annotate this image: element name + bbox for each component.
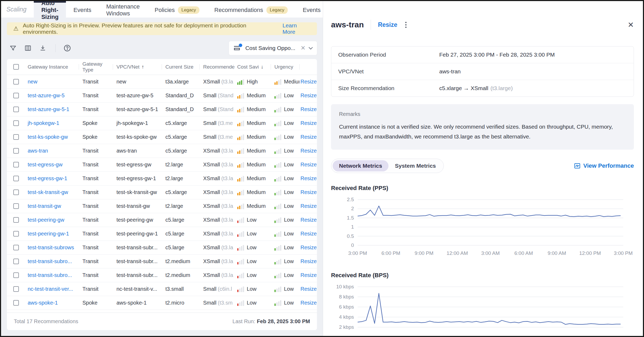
urgency-cell: Low	[271, 245, 299, 251]
urgency-bars	[274, 93, 281, 99]
resize-link[interactable]: Resize	[300, 92, 317, 99]
gateway-instance-link[interactable]: test-transit-subrows	[28, 245, 74, 251]
cost-saving-cell: Low	[233, 272, 271, 278]
sort-dropdown[interactable]: Cost Saving Oppo... ✕	[229, 41, 317, 55]
resize-link[interactable]: Resize	[300, 245, 317, 251]
gateway-instance-link[interactable]: jh-spokegw-1	[28, 120, 59, 126]
table-row: test-sk-transit-gw Transit test-sk-trans…	[7, 186, 317, 199]
vpc-cell: test-transit-subr...	[113, 245, 162, 251]
tab[interactable]: Maintenance Windows	[99, 1, 147, 18]
resize-link[interactable]: Resize	[300, 148, 317, 154]
gateway-instance-link[interactable]: nc-test-transit-ver...	[28, 286, 73, 292]
resize-link[interactable]: Resize	[300, 203, 317, 209]
svg-text:9:00 AM: 9:00 AM	[547, 250, 566, 256]
tab[interactable]: Auto Right-Sizing	[34, 1, 66, 18]
kebab-menu-icon[interactable]	[404, 21, 408, 29]
vpc-cell: aws-tran	[113, 148, 162, 154]
svg-text:10 kbps: 10 kbps	[336, 284, 354, 289]
view-performance-link[interactable]: View Performance	[574, 162, 634, 169]
tab[interactable]: Recommendations Legacy	[207, 1, 295, 18]
resize-link[interactable]: Resize	[300, 286, 317, 292]
urgency-cell: Low	[271, 231, 299, 237]
gateway-instance-link[interactable]: test-peering-gw	[28, 217, 64, 223]
download-icon[interactable]	[39, 45, 46, 52]
select-all-checkbox[interactable]	[13, 64, 19, 70]
column-header[interactable]: VPC/VNet ↑	[113, 59, 162, 75]
row-checkbox[interactable]	[13, 148, 19, 154]
row-checkbox[interactable]	[13, 134, 19, 140]
column-header[interactable]: Cost Savi ↓	[233, 59, 271, 75]
gateway-instance-link[interactable]: test-sk-transit-gw	[28, 189, 68, 195]
gateway-instance-link[interactable]: aws-spoke-1	[28, 300, 58, 306]
cost-saving-cell: Medium	[233, 92, 271, 99]
close-icon[interactable]: ✕	[628, 20, 634, 29]
row-checkbox[interactable]	[13, 93, 19, 98]
tab[interactable]: Events	[66, 1, 99, 18]
column-header[interactable]: Gateway Instance	[24, 59, 79, 75]
row-checkbox[interactable]	[13, 217, 19, 223]
row-checkbox[interactable]	[13, 120, 19, 126]
columns-icon[interactable]	[24, 45, 31, 52]
chevron-down-icon[interactable]	[309, 45, 313, 50]
row-checkbox[interactable]	[13, 300, 19, 306]
urgency-bars	[274, 148, 281, 154]
detail-panel: aws-tran Resize ✕ Observation Period Feb…	[323, 1, 643, 336]
current-size-cell: t2.micro	[162, 300, 199, 306]
gateway-instance-link[interactable]: test-transit-subro...	[28, 258, 72, 264]
row-checkbox[interactable]	[13, 231, 19, 237]
gateway-instance-link[interactable]: aws-tran	[28, 148, 48, 154]
resize-link[interactable]: Resize	[300, 231, 317, 237]
row-checkbox[interactable]	[13, 79, 19, 85]
column-header[interactable]: Current Size	[162, 59, 199, 75]
row-checkbox[interactable]	[13, 245, 19, 250]
gateway-instance-link[interactable]: test-transit-subro...	[28, 272, 72, 278]
urgency-bars	[274, 107, 281, 112]
gateway-instance-link[interactable]: test-transit-gw	[28, 203, 61, 209]
resize-link[interactable]: Resize	[300, 217, 317, 223]
resize-link[interactable]: Resize	[300, 272, 317, 278]
gateway-instance-link[interactable]: test-egress-gw-1	[28, 175, 67, 182]
row-checkbox[interactable]	[13, 259, 19, 264]
urgency-cell: Low	[271, 272, 299, 278]
row-checkbox[interactable]	[13, 162, 19, 167]
row-checkbox[interactable]	[13, 272, 19, 278]
row-checkbox[interactable]	[13, 107, 19, 112]
resize-link[interactable]: Resize	[300, 162, 317, 168]
help-icon[interactable]	[64, 44, 71, 52]
gateway-instance-link[interactable]: test-peering-gw-1	[28, 231, 69, 237]
column-header[interactable]: Recommende	[199, 59, 233, 75]
gateway-instance-link[interactable]: test-azure-gw-5	[28, 92, 65, 99]
table-row: test-egress-gw Transit test-egress-gw t2…	[7, 158, 317, 172]
resize-link[interactable]: Resize	[300, 189, 317, 195]
cost-saving-cell: Low	[233, 300, 271, 306]
resize-link[interactable]: Resize	[300, 134, 317, 140]
svg-text:0: 0	[351, 242, 354, 248]
learn-more-link[interactable]: Learn More	[283, 22, 311, 35]
tab[interactable]: Policies Legacy	[147, 1, 207, 18]
row-checkbox[interactable]	[13, 189, 19, 195]
metrics-tab[interactable]: Network Metrics	[333, 160, 388, 171]
resize-link[interactable]: Resize	[300, 120, 317, 126]
resize-link[interactable]: Resize	[300, 79, 317, 85]
resize-link[interactable]: Resize	[300, 258, 317, 264]
column-header[interactable]: Gateway Type	[79, 59, 113, 75]
resize-link[interactable]: Resize	[300, 175, 317, 182]
column-header[interactable]: Urgency	[271, 59, 299, 75]
clear-sort-icon[interactable]: ✕	[301, 45, 306, 52]
filter-icon[interactable]	[10, 45, 16, 52]
column-header[interactable]	[299, 59, 317, 75]
vpc-cell: test-ks-spoke-gw	[113, 134, 162, 140]
row-checkbox[interactable]	[13, 203, 19, 209]
gateway-instance-link[interactable]: test-ks-spoke-gw	[28, 134, 68, 140]
row-checkbox[interactable]	[13, 176, 19, 181]
table-header: Gateway Instance Gateway Type VPC/VNet ↑…	[7, 59, 317, 75]
panel-resize-button[interactable]: Resize	[378, 21, 397, 28]
resize-link[interactable]: Resize	[300, 300, 317, 306]
gateway-instance-link[interactable]: test-azure-gw-5-1	[28, 106, 69, 112]
metrics-tab[interactable]: System Metrics	[388, 160, 442, 171]
gateway-instance-link[interactable]: new	[28, 79, 37, 85]
gateway-instance-link[interactable]: test-egress-gw	[28, 162, 62, 168]
resize-link[interactable]: Resize	[300, 106, 317, 112]
pps-chart: 00.511.522.53:00 PM6:00 PM9:00 PM12:00 A…	[331, 195, 634, 260]
row-checkbox[interactable]	[13, 286, 19, 292]
